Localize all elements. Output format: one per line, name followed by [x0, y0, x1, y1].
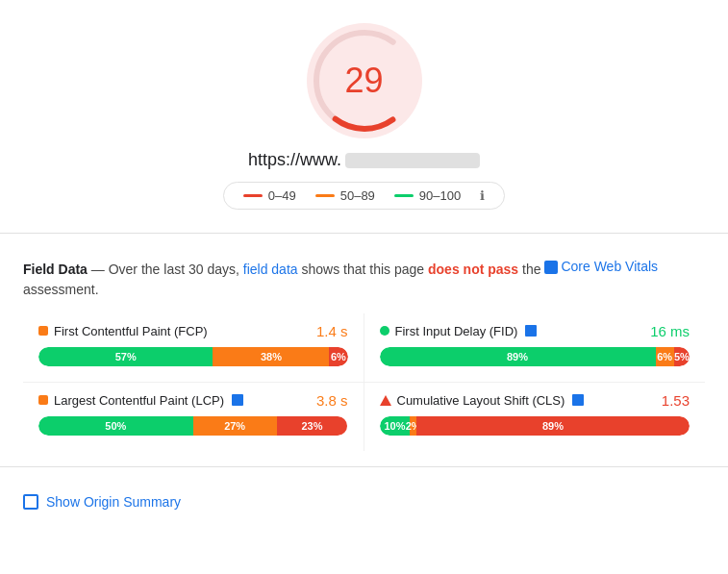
metric-fid-title: First Input Delay (FID) [380, 324, 538, 338]
field-data-link[interactable]: field data [243, 262, 298, 277]
fid-flag [525, 325, 537, 337]
field-data-suffix: the [522, 262, 544, 277]
show-origin-label: Show Origin Summary [46, 494, 181, 510]
fid-bar-green: 89% [380, 347, 656, 366]
metric-fid-header: First Input Delay (FID) 16 ms [380, 323, 690, 339]
lcp-bar: 50% 27% 23% [38, 416, 348, 436]
field-data-section: Field Data — Over the last 30 days, fiel… [0, 241, 728, 459]
divider [0, 233, 728, 234]
metric-cls-title: Cumulative Layout Shift (CLS) [380, 393, 585, 408]
fid-bar-red: 5% [674, 347, 690, 366]
fcp-bar: 57% 38% 6% [38, 347, 348, 366]
origin-checkbox [23, 494, 38, 510]
legend-item-high: 90–100 [394, 188, 461, 203]
legend-item-mid: 50–89 [315, 188, 375, 203]
metric-fcp: First Contentful Paint (FCP) 1.4 s 57% 3… [23, 313, 364, 383]
metric-lcp-header: Largest Contentful Paint (LCP) 3.8 s [38, 392, 348, 409]
svg-point-0 [316, 33, 413, 129]
cwv-icon [544, 261, 558, 274]
field-data-title: Field Data [23, 262, 88, 277]
legend-label-mid: 50–89 [340, 188, 375, 203]
lcp-flag [232, 394, 243, 406]
metric-cls: Cumulative Layout Shift (CLS) 1.53 10% 2… [364, 383, 706, 451]
fid-label: First Input Delay (FID) [395, 324, 518, 338]
cls-bar-red: 89% [416, 416, 690, 436]
fail-text: does not pass [428, 262, 518, 277]
gauge-arc [307, 23, 422, 138]
score-legend: 0–49 50–89 90–100 ℹ [223, 182, 505, 210]
fid-bar: 89% 6% 5% [380, 347, 690, 366]
show-origin-button[interactable]: Show Origin Summary [23, 490, 181, 513]
score-section: 29 https://www. 0–49 50–89 90–100 ℹ [0, 0, 728, 225]
legend-label-high: 90–100 [419, 188, 461, 203]
cwv-link[interactable]: Core Web Vitals [544, 257, 658, 277]
legend-item-low: 0–49 [243, 188, 296, 203]
lcp-icon [38, 395, 48, 405]
lcp-bar-red: 23% [277, 416, 348, 436]
footer-section: Show Origin Summary [0, 475, 728, 529]
metric-fcp-title: First Contentful Paint (FCP) [38, 324, 208, 338]
lcp-label: Largest Contentful Paint (LCP) [54, 393, 224, 408]
metric-lcp-title: Largest Contentful Paint (LCP) [38, 393, 243, 408]
fcp-bar-red: 6% [329, 347, 347, 366]
cls-flag [572, 394, 584, 406]
url-redacted [345, 153, 480, 168]
metric-fid: First Input Delay (FID) 16 ms 89% 6% 5% [364, 313, 706, 383]
lcp-bar-orange: 27% [193, 416, 277, 436]
lcp-value: 3.8 s [316, 392, 348, 409]
info-icon[interactable]: ℹ [480, 188, 485, 203]
url-bar: https://www. [248, 150, 480, 170]
field-data-end: assessment. [23, 282, 99, 297]
field-data-middle: shows that this page [301, 262, 428, 277]
footer-divider [0, 466, 728, 467]
metrics-grid: First Contentful Paint (FCP) 1.4 s 57% 3… [23, 313, 705, 451]
legend-dot-high [394, 194, 414, 197]
cls-bar: 10% 2% 89% [380, 416, 690, 436]
cls-bar-orange: 2% [410, 416, 415, 436]
gauge: 29 [307, 23, 422, 138]
cls-icon [380, 395, 391, 406]
fcp-icon [38, 326, 48, 336]
field-data-description: Field Data — Over the last 30 days, fiel… [23, 257, 705, 300]
lcp-bar-green: 50% [38, 416, 193, 436]
fid-bar-orange: 6% [656, 347, 674, 366]
url-prefix: https://www. [248, 150, 341, 170]
fcp-bar-green: 57% [38, 347, 213, 366]
metric-cls-header: Cumulative Layout Shift (CLS) 1.53 [380, 392, 690, 409]
fcp-label: First Contentful Paint (FCP) [54, 324, 208, 338]
field-data-prefix: — Over the last 30 days, [91, 262, 243, 277]
fid-icon [380, 326, 389, 336]
legend-dot-low [243, 194, 263, 197]
legend-label-low: 0–49 [268, 188, 296, 203]
cls-value: 1.53 [662, 392, 690, 409]
legend-dot-mid [315, 194, 335, 197]
fid-value: 16 ms [650, 323, 690, 339]
fcp-value: 1.4 s [316, 323, 348, 339]
metric-lcp: Largest Contentful Paint (LCP) 3.8 s 50%… [23, 383, 364, 451]
cls-label: Cumulative Layout Shift (CLS) [397, 393, 565, 408]
metric-fcp-header: First Contentful Paint (FCP) 1.4 s [38, 323, 348, 339]
fcp-bar-orange: 38% [213, 347, 329, 366]
